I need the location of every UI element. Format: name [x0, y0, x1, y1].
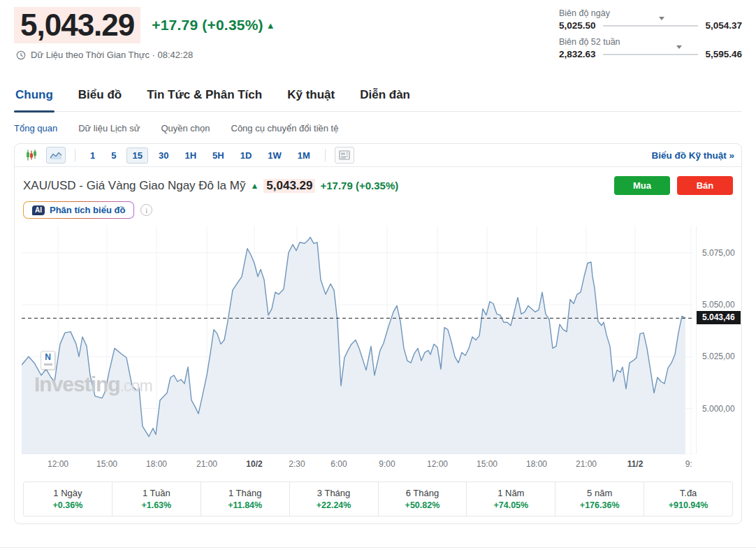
perf-5-nam[interactable]: 5 năm +176.36%: [555, 482, 644, 516]
price-axis[interactable]: 5.043,46 5.075,005.050,005.025,005.000,0…: [696, 226, 741, 454]
interval-1w[interactable]: 1W: [262, 147, 287, 164]
day-range-track: [603, 25, 699, 27]
realtime-label: Dữ Liệu theo Thời Gian Thực · 08:42:28: [31, 50, 193, 60]
x-tick-label: 10/2: [246, 459, 262, 469]
sub-tabs: Tổng quan Dữ liệu Lịch sử Quyền chọn Côn…: [14, 123, 742, 133]
perf-1-thang[interactable]: 1 Tháng +11.84%: [201, 482, 290, 516]
buy-button[interactable]: Mua: [614, 176, 670, 195]
performance-strip: 1 Ngày +0.36% 1 Tuần +1.63% 1 Tháng +11.…: [23, 482, 733, 516]
toolbar-divider: [325, 149, 326, 161]
subtab-cong-cu[interactable]: Công cụ chuyển đổi tiền tệ: [231, 123, 339, 133]
buy-sell-buttons: Mua Bán: [614, 176, 733, 195]
x-tick-label: 18:00: [146, 459, 167, 469]
x-tick-label: 15:00: [96, 459, 117, 469]
x-tick-label: 2:30: [289, 459, 305, 469]
clock-icon: [16, 50, 26, 60]
day-range-high: 5,054.37: [705, 20, 742, 31]
x-tick-label: 12:00: [48, 459, 68, 469]
x-tick-label: 11/2: [627, 459, 644, 469]
quote-page: 5,043.29 +17.79 (+0.35%)▲ Dữ Liệu theo T…: [0, 0, 756, 524]
subtab-tong-quan[interactable]: Tổng quan: [14, 123, 57, 133]
x-tick-label: 9:00: [379, 459, 395, 469]
interval-1h[interactable]: 1H: [179, 147, 202, 164]
news-marker-badge[interactable]: N: [41, 351, 55, 370]
x-tick-label: 18:00: [526, 459, 547, 469]
main-tabs: Chung Biểu đồ Tin Tức & Phân Tích Kỹ thu…: [14, 88, 742, 112]
perf-6-thang[interactable]: 6 Tháng +50.82%: [379, 482, 467, 516]
interval-1[interactable]: 1: [85, 147, 101, 164]
chart-title: XAU/USD - Giá Vàng Giao Ngay Đô la Mỹ ▲ …: [23, 179, 398, 193]
week52-range-track: [603, 54, 699, 55]
interval-5[interactable]: 5: [106, 147, 122, 164]
x-tick-label: 21:00: [196, 459, 217, 469]
day-range-marker: [659, 20, 664, 33]
ai-analysis-label: Phân tích biểu đồ: [50, 205, 125, 215]
x-tick-label: 6:00: [330, 459, 347, 469]
price-area-chart[interactable]: [22, 226, 692, 454]
sell-button[interactable]: Bán: [677, 176, 733, 195]
section-divider: [0, 547, 756, 548]
candlestick-chart-icon[interactable]: [22, 147, 41, 164]
chart-area: Investing.com N 5.043,46 5.075,005.050,0…: [15, 226, 741, 475]
week52-range-low: 2,832.63: [559, 49, 596, 59]
y-tick-label: 5.000,00: [702, 404, 735, 414]
week52-range-label: Biên độ 52 tuần: [559, 37, 742, 47]
y-tick-label: 5.075,00: [702, 248, 735, 258]
chart-title-text: XAU/USD - Giá Vàng Giao Ngay Đô la Mỹ: [23, 179, 245, 193]
subtab-du-lieu-lich-su[interactable]: Dữ liệu Lịch sử: [78, 123, 140, 133]
week52-range: Biên độ 52 tuần 2,832.63 5,595.46: [559, 37, 742, 59]
price-change: +17.79 (+0.35%)▲: [152, 17, 275, 34]
x-tick-label: 15:00: [477, 459, 497, 469]
ranges-block: Biên độ ngày 5,025.50 5,054.37 Biên độ 5…: [559, 8, 742, 66]
quote-header: 5,043.29 +17.79 (+0.35%)▲ Dữ Liệu theo T…: [14, 7, 742, 66]
y-tick-label: 5.050,00: [702, 300, 735, 310]
interval-5h[interactable]: 5H: [207, 147, 230, 164]
perf-1-ngay[interactable]: 1 Ngày +0.36%: [24, 482, 112, 516]
ai-badge-icon: AI: [32, 205, 45, 215]
last-price: 5,043.29: [14, 7, 140, 43]
price-block: 5,043.29 +17.79 (+0.35%)▲ Dữ Liệu theo T…: [14, 7, 275, 60]
x-tick-label: 12:00: [427, 459, 448, 469]
interval-1d[interactable]: 1D: [235, 147, 258, 164]
perf-toan-da[interactable]: T.đa +910.94%: [644, 482, 732, 516]
chart-toolbar: 1 5 15 30 1H 5H 1D 1W 1M Biểu đồ Kỹ thuậ…: [15, 144, 741, 167]
news-events-icon[interactable]: [335, 147, 354, 164]
tab-dien-dan[interactable]: Diễn đàn: [358, 88, 412, 111]
title-up-arrow-icon: ▲: [250, 181, 259, 191]
week52-range-marker: [676, 49, 682, 61]
tab-bieu-do[interactable]: Biểu đồ: [77, 88, 123, 111]
perf-1-nam[interactable]: 1 Năm +74.05%: [467, 482, 555, 516]
y-tick-label: 5.025,00: [702, 352, 735, 361]
area-chart-icon[interactable]: [46, 147, 66, 164]
ai-analysis-button[interactable]: AI Phân tích biểu đồ: [23, 201, 134, 219]
interval-30[interactable]: 30: [153, 147, 174, 164]
current-price-tag: 5.043,46: [697, 311, 741, 324]
chart-header-row: XAU/USD - Giá Vàng Giao Ngay Đô la Mỹ ▲ …: [15, 167, 741, 195]
interval-1m[interactable]: 1M: [292, 147, 316, 164]
perf-3-thang[interactable]: 3 Tháng +22.24%: [290, 482, 379, 516]
day-range: Biên độ ngày 5,025.50 5,054.37: [559, 8, 742, 31]
info-icon[interactable]: i: [140, 204, 152, 216]
time-axis[interactable]: 12:0015:0018:0021:0010/22:306:009:0012:0…: [22, 457, 692, 472]
chart-title-change: +17.79 (+0.35%): [320, 180, 398, 191]
interval-15[interactable]: 15: [126, 147, 147, 164]
realtime-row: Dữ Liệu theo Thời Gian Thực · 08:42:28: [16, 50, 275, 60]
day-range-label: Biên độ ngày: [559, 8, 742, 18]
x-tick-label: 21:00: [576, 459, 597, 469]
chart-card: 1 5 15 30 1H 5H 1D 1W 1M Biểu đồ Kỹ thuậ…: [14, 143, 742, 524]
up-arrow-icon: ▲: [266, 20, 275, 31]
subtab-quyen-chon[interactable]: Quyền chọn: [161, 123, 210, 133]
week52-range-high: 5,595.46: [705, 49, 742, 59]
toolbar-divider: [75, 149, 75, 161]
chart-title-price: 5,043.29: [263, 179, 315, 193]
ai-analysis-row: AI Phân tích biểu đồ i: [15, 195, 741, 223]
tab-ky-thuat[interactable]: Kỹ thuật: [286, 88, 336, 111]
x-tick-label: 9:0: [685, 459, 692, 469]
technical-chart-link[interactable]: Biểu đồ Kỹ thuật »: [651, 150, 734, 161]
tab-chung[interactable]: Chung: [14, 88, 54, 111]
perf-1-tuan[interactable]: 1 Tuần +1.63%: [112, 482, 201, 516]
tab-tin-tuc[interactable]: Tin Tức & Phân Tích: [145, 88, 263, 111]
day-range-low: 5,025.50: [559, 20, 596, 31]
